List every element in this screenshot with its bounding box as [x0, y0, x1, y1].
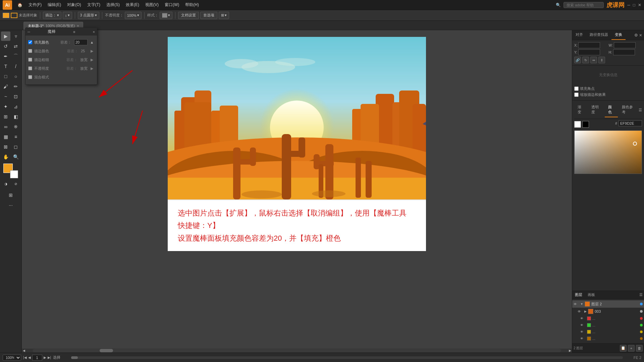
- next-page-btn[interactable]: ▶: [44, 356, 46, 359]
- color-mode-icon[interactable]: ◑: [1, 179, 10, 188]
- tab-align[interactable]: 对齐: [572, 30, 586, 40]
- make-sublayers-btn[interactable]: 📋: [620, 345, 627, 352]
- paintbrush-tool[interactable]: 🖌: [1, 82, 10, 91]
- layer-2-expand[interactable]: ▼: [580, 302, 583, 306]
- canvas-wrapper[interactable]: 选中图片点击【扩展】，鼠标右击选择【取消编组】，使用【魔棒工具 快捷键：Y】 设…: [22, 30, 572, 349]
- h-input[interactable]: [613, 49, 635, 55]
- fill-color-arrow-up[interactable]: ▲: [90, 40, 94, 45]
- delete-layer-btn[interactable]: 🗑: [636, 345, 643, 352]
- window-maximize[interactable]: □: [633, 3, 635, 7]
- layer-row-2[interactable]: 👁 ▼ 图层 2: [572, 300, 644, 308]
- background-color[interactable]: [10, 170, 18, 178]
- sublayer-red-visibility[interactable]: 👁: [580, 317, 586, 320]
- menu-select[interactable]: 选择(S): [104, 1, 122, 9]
- doc-settings-btn[interactable]: 文档设置: [178, 12, 199, 19]
- first-page-btn[interactable]: |◀: [23, 356, 27, 359]
- arrange-select[interactable]: ⊞ ▾: [219, 12, 229, 19]
- sublayer-yellow-visibility[interactable]: 👁: [580, 330, 586, 334]
- menu-window[interactable]: 窗口(W): [162, 1, 182, 9]
- bar-chart-tool[interactable]: ≡: [11, 132, 20, 141]
- reflect-tool[interactable]: ⇄: [11, 42, 20, 51]
- menu-text[interactable]: 文字(T): [85, 1, 103, 9]
- window-minimize[interactable]: ─: [627, 3, 630, 7]
- none-icon[interactable]: ⊘: [11, 179, 20, 188]
- hex-input[interactable]: [619, 120, 642, 126]
- style-select[interactable]: ▾: [160, 12, 172, 19]
- mw-close-btn[interactable]: ×: [93, 30, 95, 34]
- gradient-tool[interactable]: ◧: [11, 112, 20, 121]
- tab-color[interactable]: 颜色: [605, 103, 618, 117]
- puppet-warp-tool[interactable]: ✦: [1, 102, 10, 111]
- new-layer-btn[interactable]: +: [628, 345, 635, 352]
- opacity-checkbox[interactable]: [28, 66, 32, 70]
- layer-2-visibility[interactable]: 👁: [574, 302, 579, 306]
- tab-pathfinder[interactable]: 路径查找器: [586, 30, 611, 40]
- stroke-color-arrow-right[interactable]: ▶: [90, 49, 94, 53]
- white-swatch[interactable]: [574, 121, 581, 128]
- fill-color-swatch[interactable]: [3, 13, 9, 18]
- artboard-tab[interactable]: 画板: [585, 291, 598, 299]
- pen-tool[interactable]: ✒: [1, 52, 10, 61]
- menu-file[interactable]: 文件(F): [26, 1, 44, 9]
- mw-options-icon[interactable]: ≡: [73, 30, 75, 34]
- first-option-btn[interactable]: 首选项: [200, 12, 217, 19]
- layers-tab[interactable]: 图层: [572, 291, 585, 299]
- type-tool[interactable]: T: [1, 62, 10, 71]
- point-type-select[interactable]: 3 点圆形 ▾: [78, 12, 99, 19]
- free-transform-tool[interactable]: ⊡: [11, 92, 20, 101]
- sublayer-green[interactable]: 👁 ...: [572, 322, 644, 328]
- stroke-color-swatch[interactable]: [11, 13, 17, 18]
- stroke-color-checkbox[interactable]: [28, 49, 32, 53]
- rotate-tool[interactable]: ↺: [1, 42, 10, 51]
- stroke-width-checkbox[interactable]: [28, 58, 32, 62]
- sublayer-green-visibility[interactable]: 👁: [580, 323, 586, 327]
- canvas-scroll-bottom[interactable]: ◀ ▶: [22, 349, 572, 353]
- stroke-width-arrow-right[interactable]: ▶: [90, 57, 94, 62]
- fill-corner-checkbox[interactable]: [574, 86, 579, 91]
- slice-tool[interactable]: ⊠: [1, 142, 10, 152]
- fill-color-checkbox[interactable]: [28, 40, 32, 44]
- panel-settings-icon[interactable]: ⚙: [634, 33, 638, 38]
- zoom-tool[interactable]: 🔍: [11, 152, 20, 162]
- ellipse-tool[interactable]: ○: [11, 72, 20, 81]
- horizontal-scrollbar[interactable]: [33, 349, 561, 352]
- flip-v-btn[interactable]: ⇕: [598, 57, 605, 63]
- color-panel-menu-icon[interactable]: ☰: [639, 108, 642, 112]
- sublayer-red[interactable]: 👁 ...: [572, 315, 644, 322]
- black-swatch[interactable]: [582, 121, 589, 128]
- perspective-tool[interactable]: ⊿: [11, 102, 20, 111]
- menu-view[interactable]: 视图(V): [143, 1, 161, 9]
- panel-close-icon[interactable]: ×: [639, 33, 642, 38]
- fill-color-tolerance-input[interactable]: [74, 39, 88, 45]
- selection-tool[interactable]: ▶: [1, 32, 10, 41]
- last-page-btn[interactable]: ▶|: [48, 356, 51, 359]
- fill-stroke-checkbox[interactable]: [574, 93, 579, 97]
- column-chart-tool[interactable]: ▦: [1, 132, 10, 141]
- blend-tool[interactable]: ∞: [1, 122, 10, 131]
- pencil-tool[interactable]: ✏: [11, 82, 20, 91]
- magic-wand-titlebar[interactable]: ─ 魔棒 ≡ ×: [25, 28, 97, 36]
- warp-tool[interactable]: ~: [1, 92, 10, 101]
- operation-select[interactable]: 插边： ▾: [43, 12, 61, 19]
- page-input[interactable]: [32, 355, 42, 361]
- layer-003-visibility[interactable]: 👁: [578, 310, 583, 313]
- menu-effect[interactable]: 效果(E): [123, 1, 142, 9]
- scroll-left-btn[interactable]: ◀: [22, 349, 26, 353]
- blend-mode-checkbox[interactable]: [28, 75, 32, 79]
- y-input[interactable]: [578, 49, 600, 55]
- zoom-select[interactable]: 100%: [3, 355, 21, 361]
- sublayer-brown[interactable]: 👁 ...: [572, 335, 644, 342]
- opacity-arrow-right[interactable]: ▶: [90, 66, 94, 71]
- menu-home[interactable]: 🏠: [15, 2, 25, 8]
- artboard-tool[interactable]: ⊞: [6, 190, 15, 200]
- eraser-tool[interactable]: ◻: [11, 142, 20, 152]
- tab-gradient[interactable]: 渐变: [574, 103, 587, 117]
- scrollbar-thumb[interactable]: [100, 349, 113, 352]
- symbol-tool[interactable]: ※: [11, 122, 20, 131]
- rotate-90-btn[interactable]: ↻: [582, 57, 589, 63]
- scroll-right-btn[interactable]: ▶: [568, 349, 572, 353]
- layer-003-expand[interactable]: ▶: [584, 310, 587, 313]
- w-input[interactable]: [614, 42, 636, 48]
- more-tools[interactable]: ···: [6, 200, 15, 210]
- tab-transform[interactable]: 变换: [611, 30, 626, 40]
